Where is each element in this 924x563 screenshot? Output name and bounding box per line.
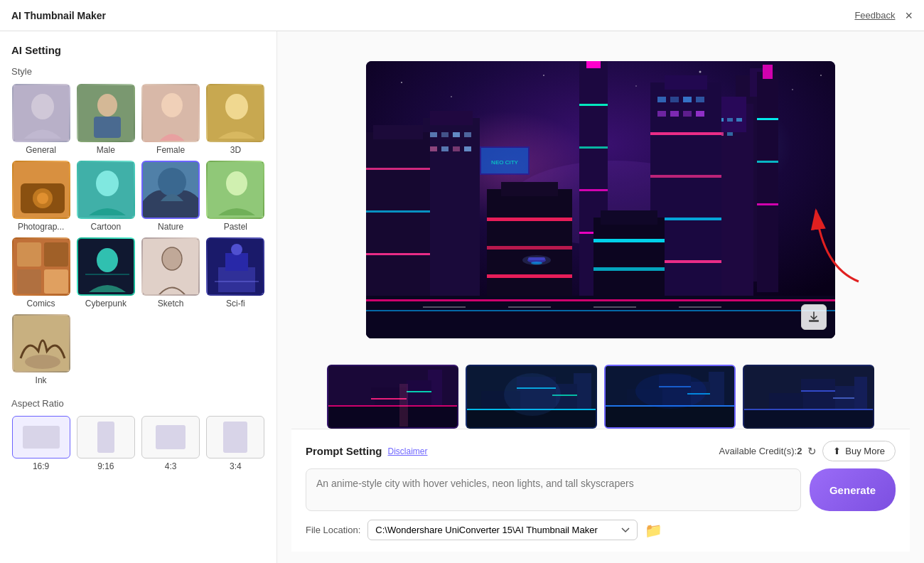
- style-item-sketch[interactable]: Sketch: [141, 237, 200, 309]
- style-item-pastel[interactable]: Pastel: [206, 161, 265, 232]
- svg-rect-63: [696, 97, 704, 102]
- style-item-scifi[interactable]: Sci-fi: [206, 237, 265, 309]
- svg-point-119: [635, 85, 637, 87]
- svg-rect-64: [657, 111, 666, 117]
- style-item-cartoon[interactable]: Cartoon: [76, 161, 135, 232]
- folder-button[interactable]: 📁: [645, 522, 662, 539]
- prompt-input[interactable]: [306, 468, 801, 511]
- style-name-general: General: [26, 145, 56, 155]
- svg-rect-30: [218, 267, 255, 292]
- generate-button[interactable]: Generate: [810, 468, 896, 511]
- svg-rect-92: [487, 218, 572, 221]
- svg-rect-53: [727, 132, 733, 136]
- style-thumb-pastel: [206, 161, 264, 219]
- svg-rect-131: [328, 405, 458, 407]
- style-item-cyberpunk[interactable]: Cyberpunk: [76, 237, 135, 309]
- svg-rect-45: [757, 161, 778, 163]
- svg-point-28: [162, 247, 182, 270]
- style-name-comics: Comics: [27, 299, 55, 309]
- prompt-header: Prompt Setting Disclaimer Available Cred…: [306, 441, 896, 461]
- style-item-3d[interactable]: 3D: [206, 84, 265, 155]
- svg-rect-79: [453, 132, 460, 137]
- svg-point-144: [504, 373, 561, 416]
- style-item-comics[interactable]: Comics: [11, 237, 70, 309]
- svg-point-122: [820, 75, 822, 76]
- thumbnail-item-4[interactable]: [743, 365, 874, 429]
- credits-label: Available Credit(s):2: [719, 446, 802, 456]
- svg-rect-106: [508, 306, 551, 308]
- svg-point-116: [401, 82, 402, 83]
- svg-rect-81: [430, 146, 437, 151]
- svg-rect-163: [801, 390, 835, 392]
- refresh-credits-button[interactable]: ↻: [807, 445, 817, 458]
- style-name-nature: Nature: [158, 222, 183, 232]
- style-name-male: Male: [97, 145, 115, 155]
- svg-rect-97: [601, 210, 657, 225]
- file-location-select[interactable]: C:\Wondershare UniConverter 15\AI Thumbn…: [367, 520, 638, 540]
- svg-point-8: [225, 94, 248, 119]
- svg-rect-71: [579, 104, 608, 106]
- title-bar-actions: Feedback ×: [854, 9, 913, 22]
- svg-rect-42: [757, 72, 778, 292]
- svg-rect-103: [366, 299, 835, 301]
- svg-rect-77: [430, 132, 437, 137]
- svg-rect-160: [744, 409, 874, 429]
- style-thumb-cyberpunk: [77, 237, 135, 296]
- style-item-general[interactable]: General: [11, 84, 70, 155]
- buy-more-icon: ⬆: [833, 446, 841, 456]
- svg-rect-51: [736, 118, 742, 122]
- style-name-scifi: Sci-fi: [226, 299, 245, 309]
- svg-rect-107: [593, 306, 636, 308]
- svg-rect-83: [453, 146, 460, 151]
- svg-rect-104: [366, 310, 835, 311]
- title-bar: AI Thumbnail Maker Feedback ×: [0, 0, 924, 31]
- close-button[interactable]: ×: [905, 9, 913, 22]
- app-title: AI Thumbnail Maker: [11, 10, 106, 21]
- ratio-item-3-4[interactable]: 3:4: [206, 416, 265, 471]
- style-item-female[interactable]: Female: [141, 84, 200, 155]
- svg-rect-72: [579, 146, 608, 149]
- disclaimer-link[interactable]: Disclaimer: [388, 446, 428, 456]
- ratio-item-16-9[interactable]: 16:9: [11, 416, 70, 471]
- main-image-container: NEO CITY: [291, 43, 910, 356]
- ratio-name-9-16: 9:16: [97, 461, 114, 471]
- ratio-box-3-4: [206, 416, 264, 459]
- style-thumb-comics: [12, 237, 70, 296]
- ratio-inner-16-9: [23, 426, 60, 449]
- ratio-box-4-3: [141, 416, 200, 459]
- svg-rect-89: [366, 253, 430, 255]
- ratio-item-9-16[interactable]: 9:16: [76, 416, 135, 471]
- download-button[interactable]: [801, 304, 827, 330]
- svg-point-35: [25, 355, 60, 369]
- svg-point-112: [531, 262, 542, 264]
- style-item-ink[interactable]: Ink: [11, 314, 70, 385]
- svg-rect-123: [809, 320, 819, 322]
- style-item-photography[interactable]: Photograp...: [11, 161, 70, 232]
- style-item-nature[interactable]: Nature: [141, 161, 200, 232]
- credits-count: 2: [797, 446, 802, 456]
- folder-icon: 📁: [645, 522, 662, 538]
- svg-rect-21: [44, 242, 68, 267]
- svg-point-121: [792, 89, 793, 90]
- svg-rect-43: [763, 65, 773, 79]
- thumbnail-item-3[interactable]: [604, 365, 736, 429]
- style-item-male[interactable]: Male: [76, 84, 135, 155]
- aspect-ratio-label: Aspect Ratio: [11, 398, 265, 409]
- thumbnail-item-1[interactable]: [327, 365, 458, 429]
- svg-point-14: [96, 171, 119, 196]
- ratio-item-4-3[interactable]: 4:3: [141, 416, 200, 471]
- file-location-row: File Location: C:\Wondershare UniConvert…: [306, 520, 896, 540]
- style-thumb-female: [141, 84, 200, 142]
- svg-rect-82: [441, 146, 448, 151]
- svg-point-120: [699, 70, 702, 73]
- style-name-sketch: Sketch: [158, 299, 184, 309]
- svg-rect-99: [593, 267, 665, 271]
- style-thumb-general: [12, 84, 70, 142]
- credits-label-text: Available Credit(s):: [719, 446, 797, 456]
- feedback-link[interactable]: Feedback: [854, 10, 895, 21]
- style-name-cartoon: Cartoon: [91, 222, 122, 232]
- buy-more-button[interactable]: ⬆ Buy More: [822, 441, 896, 461]
- style-name-photography: Photograp...: [18, 222, 64, 232]
- thumbnail-item-2[interactable]: [466, 365, 597, 429]
- style-name-cyberpunk: Cyberpunk: [85, 299, 127, 309]
